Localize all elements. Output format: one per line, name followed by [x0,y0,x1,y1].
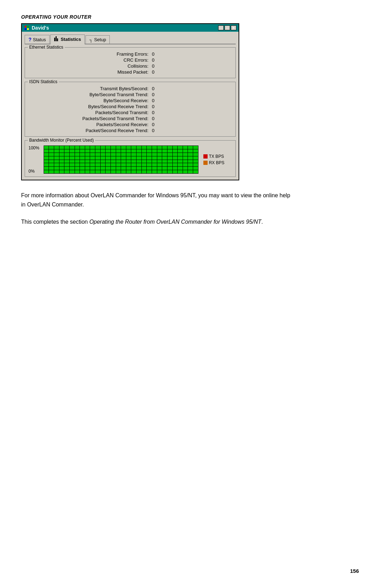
grid-cell [183,153,188,156]
grid-cell [142,149,147,153]
tab-status[interactable]: ? Status [25,35,50,44]
grid-cell [173,153,178,156]
row-value: 0 [151,69,232,75]
grid-cell [162,156,167,160]
grid-cell [142,156,147,160]
grid-cell [95,146,100,149]
restore-button[interactable]: □ [224,25,230,30]
grid-cell [193,170,198,173]
legend-color-swatch [203,154,208,159]
grid-cell [80,153,85,156]
close-button[interactable]: × [231,25,236,30]
row-label: Collisions: [28,63,151,69]
grid-cell [106,146,110,149]
grid-cell [121,167,126,170]
window-title-icon [24,25,30,31]
isdn-statistics-section: ISDN Statistics Transmit Bytes/Second:0B… [25,82,236,137]
window: David's _ □ × ? Status Statisti [21,23,239,180]
minimize-button[interactable]: _ [218,25,224,30]
grid-cell [80,146,85,149]
grid-cell [157,160,162,163]
grid-cell [178,156,183,160]
grid-cell [64,170,69,173]
grid-cell [162,163,167,166]
grid-cell [49,163,54,166]
grid-cell [95,167,100,170]
grid-cell [111,149,116,153]
grid-cell [188,170,193,173]
status-tab-icon: ? [28,37,32,42]
grid-cell [101,146,106,149]
grid-cell [147,163,152,166]
body-paragraph1: For more information about OverLAN Comma… [21,191,296,209]
tab-statistics[interactable]: Statistics [50,35,85,44]
grid-cell [183,149,188,153]
grid-cell [131,153,136,156]
grid-cell [178,170,183,173]
grid-cell [44,160,49,163]
grid-cell [80,149,85,153]
y-min-label: 0% [28,169,39,174]
grid-cell [101,163,106,166]
grid-cell [152,149,157,153]
grid-cell [85,149,90,153]
row-value: 0 [151,122,232,128]
grid-cell [95,153,100,156]
svg-rect-2 [27,26,29,27]
grid-cell [162,170,167,173]
body-paragraph2-italic: Operating the Router from OverLAN Comman… [89,219,261,225]
chart-y-labels: 100% 0% [28,146,41,174]
grid-cell [59,149,64,153]
grid-cell [193,167,198,170]
window-content: ? Status Statistics ┐ Setup Ethe [22,32,239,180]
setup-tab-icon: ┐ [89,37,93,42]
grid-cell [157,167,162,170]
row-value: 0 [151,92,232,98]
grid-cell [147,170,152,173]
grid-cell [85,163,90,166]
grid-cell [85,167,90,170]
grid-cell [90,170,95,173]
grid-cell [106,153,110,156]
grid-cell [137,146,141,149]
grid-cell [173,163,178,166]
grid-cell [193,149,198,153]
grid-cell [173,160,178,163]
grid-cell [183,163,188,166]
body-paragraph2-suffix: . [261,219,263,225]
grid-cell [106,160,110,163]
grid-cell [126,153,131,156]
table-row: Collisions:0 [28,63,232,69]
grid-cell [59,170,64,173]
grid-cell [178,149,183,153]
grid-cell [167,163,172,166]
grid-cell [162,167,167,170]
grid-cell [121,170,126,173]
grid-cell [85,170,90,173]
grid-cell [54,153,59,156]
grid-cell [95,163,100,166]
grid-cell [90,160,95,163]
grid-cell [75,167,80,170]
grid-cell [131,146,136,149]
grid-cell [157,153,162,156]
table-row: Missed Packet:0 [28,69,232,75]
ethernet-stats-table: Framing Errors:0CRC Errors:0Collisions:0… [28,51,232,75]
grid-cell [59,167,64,170]
grid-cell [64,156,69,160]
bandwidth-section-title: Bandwidth Monitor (Percent Used) [28,138,95,143]
body-paragraph2: This completes the section Operating the… [21,217,296,227]
tab-setup[interactable]: ┐ Setup [86,35,110,44]
window-title: David's [32,25,49,31]
row-label: Packets/Second Transmit Trend: [28,116,151,122]
grid-cell [131,170,136,173]
status-tab-label: Status [33,37,46,42]
grid-cell [75,170,80,173]
grid-cell [95,156,100,160]
grid-cell [54,156,59,160]
grid-cell [49,160,54,163]
grid-cell [137,153,141,156]
grid-cell [147,167,152,170]
grid-cell [173,149,178,153]
svg-rect-4 [27,28,29,30]
